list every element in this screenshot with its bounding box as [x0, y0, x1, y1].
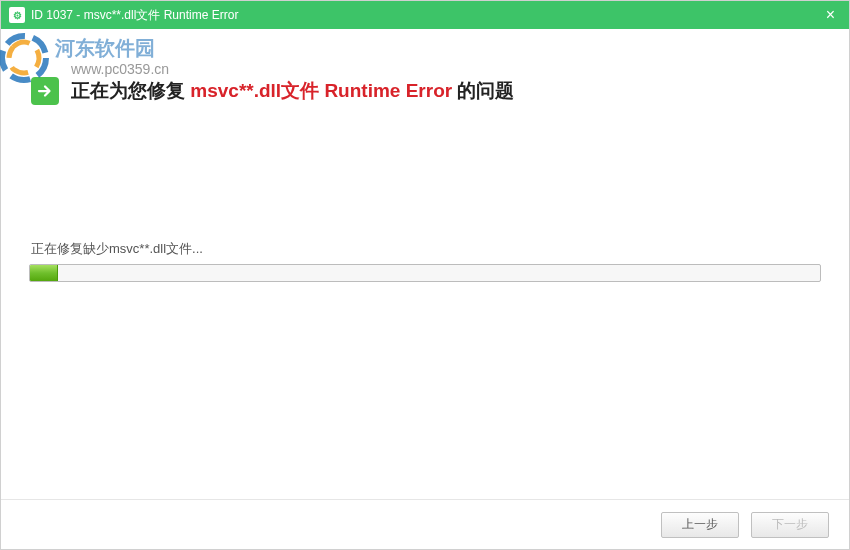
heading-prefix: 正在为您修复: [71, 80, 190, 101]
app-icon: ⚙: [9, 7, 25, 23]
progress-bar-fill: [30, 265, 58, 281]
footer: 上一步 下一步: [1, 499, 849, 549]
heading-suffix: 的问题: [452, 80, 514, 101]
watermark-site-name: 河东软件园: [55, 35, 155, 62]
heading-text: 正在为您修复 msvc**.dll文件 Runtime Error 的问题: [71, 78, 514, 104]
titlebar: ⚙ ID 1037 - msvc**.dll文件 Runtime Error ×: [1, 1, 849, 29]
watermark-url: www.pc0359.cn: [71, 61, 169, 77]
next-button: 下一步: [751, 512, 829, 538]
prev-button[interactable]: 上一步: [661, 512, 739, 538]
watermark-logo: [0, 29, 53, 91]
close-button[interactable]: ×: [820, 5, 841, 25]
progress-bar: [29, 264, 821, 282]
content-area: 河东软件园 www.pc0359.cn 正在为您修复 msvc**.dll文件 …: [1, 29, 849, 549]
dialog-window: ⚙ ID 1037 - msvc**.dll文件 Runtime Error ×…: [0, 0, 850, 550]
status-text: 正在修复缺少msvc**.dll文件...: [1, 240, 849, 258]
window-title: ID 1037 - msvc**.dll文件 Runtime Error: [31, 7, 238, 24]
heading-highlight: msvc**.dll文件 Runtime Error: [190, 80, 452, 101]
